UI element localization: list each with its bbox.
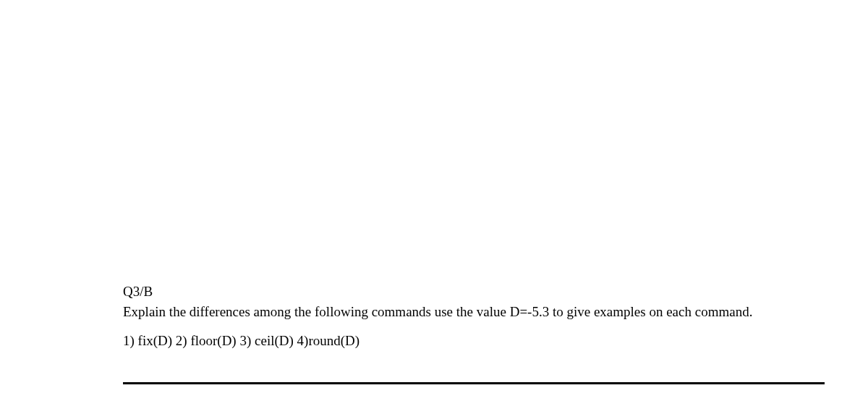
horizontal-rule: [123, 382, 825, 384]
question-items: 1) fix(D) 2) floor(D) 3) ceil(D) 4)round…: [123, 333, 825, 349]
question-heading: Q3/B: [123, 284, 825, 300]
question-prompt: Explain the differences among the follow…: [123, 303, 825, 321]
question-block: Q3/B Explain the differences among the f…: [123, 284, 825, 349]
